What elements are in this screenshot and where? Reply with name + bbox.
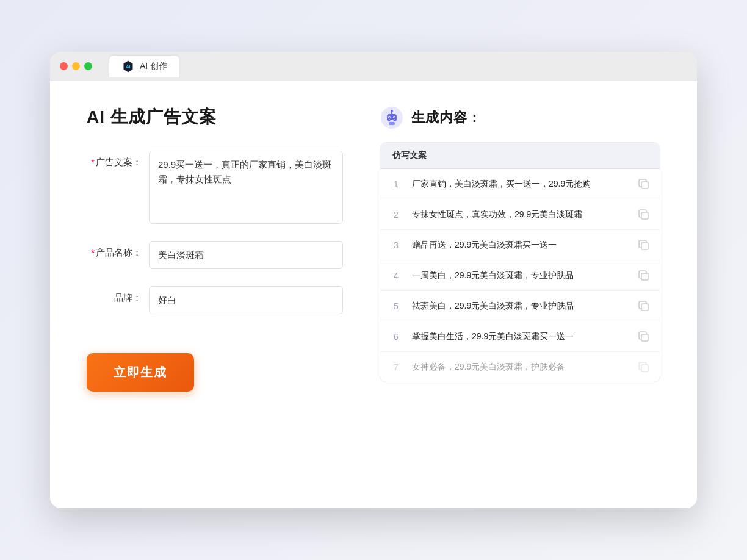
table-row: 6 掌握美白生活，29.9元美白淡斑霜买一送一 [380, 321, 660, 352]
table-row: 2 专抹女性斑点，真实功效，29.9元美白淡斑霜 [380, 199, 660, 230]
left-panel: AI 生成广告文案 *广告文案： *产品名称： 品 [87, 106, 343, 392]
row-number: 4 [390, 271, 402, 281]
brand-row: 品牌： [87, 286, 343, 314]
maximize-button[interactable] [84, 62, 92, 70]
copy-icon[interactable] [638, 178, 650, 190]
browser-titlebar: AI AI 创作 [50, 52, 697, 81]
ad-copy-input[interactable] [149, 151, 343, 224]
row-number: 7 [390, 362, 402, 372]
svg-rect-11 [641, 182, 648, 188]
ai-tab-label: AI 创作 [140, 61, 167, 72]
row-text: 赠品再送，29.9元美白淡斑霜买一送一 [412, 239, 628, 251]
brand-input[interactable] [149, 286, 343, 314]
svg-rect-14 [641, 273, 648, 280]
table-header: 仿写文案 [380, 143, 660, 169]
traffic-lights [60, 62, 92, 70]
row-text: 女神必备，29.9元美白淡斑霜，护肤必备 [412, 361, 628, 373]
row-number: 5 [390, 301, 402, 311]
result-title: 生成内容： [411, 109, 482, 127]
svg-text:AI: AI [126, 64, 130, 70]
svg-rect-17 [641, 365, 648, 372]
main-layout: AI 生成广告文案 *广告文案： *产品名称： 品 [87, 106, 660, 392]
robot-icon [380, 106, 404, 130]
product-name-required-star: * [91, 247, 95, 257]
brand-label: 品牌： [87, 286, 142, 304]
row-number: 2 [390, 210, 402, 220]
svg-rect-16 [641, 334, 648, 341]
browser-content: AI 生成广告文案 *广告文案： *产品名称： 品 [50, 81, 697, 508]
result-header: 生成内容： [380, 106, 660, 130]
ai-tab[interactable]: AI AI 创作 [109, 56, 179, 77]
svg-point-6 [389, 117, 391, 118]
svg-point-7 [394, 117, 395, 118]
svg-rect-13 [641, 243, 648, 249]
product-name-input[interactable] [149, 241, 343, 269]
page-title: AI 生成广告文案 [87, 106, 343, 129]
table-rows-container: 1 厂家直销，美白淡斑霜，买一送一，29.9元抢购 2 专抹女性斑点，真实功效，… [380, 169, 660, 382]
row-text: 掌握美白生活，29.9元美白淡斑霜买一送一 [412, 330, 628, 343]
row-text: 祛斑美白，29.9元美白淡斑霜，专业护肤品 [412, 300, 628, 312]
close-button[interactable] [60, 62, 68, 70]
table-header-label: 仿写文案 [392, 150, 427, 160]
table-row: 1 厂家直销，美白淡斑霜，买一送一，29.9元抢购 [380, 169, 660, 199]
row-number: 3 [390, 240, 402, 250]
copy-icon[interactable] [638, 270, 650, 282]
row-text: 厂家直销，美白淡斑霜，买一送一，29.9元抢购 [412, 178, 628, 190]
right-panel: 生成内容： 仿写文案 1 厂家直销，美白淡斑霜，买一送一，29.9元抢购 2 专… [380, 106, 660, 392]
svg-rect-10 [389, 122, 395, 125]
ai-tab-icon: AI [121, 60, 135, 73]
row-text: 一周美白，29.9元美白淡斑霜，专业护肤品 [412, 269, 628, 282]
ad-copy-label: *广告文案： [87, 151, 142, 168]
product-name-label: *产品名称： [87, 241, 142, 259]
svg-rect-12 [641, 212, 648, 219]
copy-icon[interactable] [638, 209, 650, 221]
row-number: 6 [390, 332, 402, 342]
svg-rect-15 [641, 304, 648, 311]
copy-icon[interactable] [638, 361, 650, 373]
row-number: 1 [390, 179, 402, 189]
generate-button[interactable]: 立即生成 [87, 353, 194, 392]
ad-copy-row: *广告文案： [87, 151, 343, 224]
result-table: 仿写文案 1 厂家直销，美白淡斑霜，买一送一，29.9元抢购 2 专抹女性斑点，… [380, 142, 660, 382]
table-row: 3 赠品再送，29.9元美白淡斑霜买一送一 [380, 230, 660, 260]
minimize-button[interactable] [72, 62, 80, 70]
browser-window: AI AI 创作 AI 生成广告文案 *广告文案： *产品 [50, 52, 697, 508]
table-row: 5 祛斑美白，29.9元美白淡斑霜，专业护肤品 [380, 291, 660, 321]
copy-icon[interactable] [638, 239, 650, 251]
ad-copy-required-star: * [91, 157, 95, 167]
row-text: 专抹女性斑点，真实功效，29.9元美白淡斑霜 [412, 208, 628, 221]
svg-point-9 [391, 110, 393, 112]
copy-icon[interactable] [638, 300, 650, 312]
table-row: 7 女神必备，29.9元美白淡斑霜，护肤必备 [380, 352, 660, 382]
product-name-row: *产品名称： [87, 241, 343, 269]
table-row: 4 一周美白，29.9元美白淡斑霜，专业护肤品 [380, 260, 660, 291]
copy-icon[interactable] [638, 331, 650, 343]
